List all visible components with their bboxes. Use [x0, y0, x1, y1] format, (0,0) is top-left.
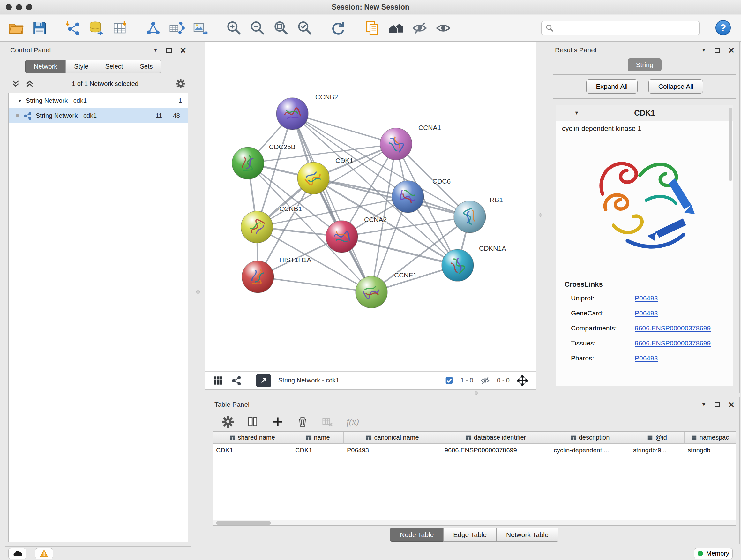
- tab-sets[interactable]: Sets: [131, 60, 161, 73]
- network-node-CDKN1A[interactable]: [442, 249, 474, 281]
- network-node-HIST1H1A[interactable]: [242, 261, 274, 293]
- network-node-CDC6[interactable]: [392, 181, 424, 212]
- column-header-namespac[interactable]: namespac: [684, 432, 736, 444]
- selected-checkbox-icon[interactable]: [445, 376, 454, 385]
- tab-network[interactable]: Network: [25, 60, 66, 73]
- window-minimize-button[interactable]: [16, 4, 22, 10]
- table-cell[interactable]: stringdb:9...: [630, 444, 684, 456]
- import-network-database-button[interactable]: [86, 18, 107, 38]
- table-row[interactable]: CDK1CDK1P064939606.ENSP00000378699cyclin…: [213, 444, 736, 456]
- apply-layout-button[interactable]: [327, 18, 348, 38]
- table-gear-icon[interactable]: [222, 416, 233, 428]
- table-cell[interactable]: CDK1: [292, 444, 344, 456]
- crosslink-link[interactable]: P06493: [635, 354, 658, 362]
- horizontal-scrollbar[interactable]: [213, 520, 736, 525]
- column-header--id[interactable]: @id: [630, 432, 684, 444]
- float-panel-icon[interactable]: [166, 48, 172, 53]
- network-edge-CCNB2-CCNA1[interactable]: [292, 114, 396, 144]
- float-panel-icon[interactable]: [715, 48, 720, 53]
- tab-node-table[interactable]: Node Table: [390, 528, 444, 542]
- hidden-eye-slash-icon[interactable]: [480, 376, 490, 385]
- collapse-all-button[interactable]: Collapse All: [649, 79, 703, 94]
- network-node-CCNB1[interactable]: [241, 211, 273, 243]
- network-node-RB1[interactable]: [454, 201, 486, 233]
- open-in-new-view-button[interactable]: [256, 374, 271, 387]
- close-panel-icon[interactable]: ×: [180, 47, 186, 53]
- bottom-splitter-handle[interactable]: [475, 391, 478, 395]
- scrollbar-thumb[interactable]: [216, 521, 271, 524]
- expand-all-tree-icon[interactable]: [11, 79, 20, 88]
- panel-menu-icon[interactable]: ▼: [701, 47, 706, 53]
- table-cell[interactable]: CDK1: [213, 444, 292, 456]
- network-node-CCNA1[interactable]: [380, 128, 412, 160]
- close-panel-icon[interactable]: ×: [728, 401, 734, 408]
- network-edge-CCNB2-CCNE1[interactable]: [292, 114, 372, 292]
- zoom-fit-button[interactable]: [271, 18, 291, 38]
- results-scrollbar-thumb[interactable]: [729, 108, 732, 181]
- save-session-button[interactable]: [29, 18, 50, 38]
- gene-card-header[interactable]: ▼ CDK1: [556, 105, 733, 121]
- tab-network-table[interactable]: Network Table: [496, 528, 558, 542]
- show-all-button[interactable]: [433, 18, 454, 38]
- hide-selection-button[interactable]: [409, 18, 430, 38]
- collapse-all-tree-icon[interactable]: [25, 79, 35, 88]
- zoom-out-button[interactable]: [247, 18, 267, 38]
- right-splitter-handle[interactable]: [539, 213, 542, 217]
- column-header-database-identifier[interactable]: database identifier: [441, 432, 550, 444]
- table-cell[interactable]: P06493: [344, 444, 441, 456]
- crosslink-link[interactable]: 9606.ENSP00000378699: [635, 339, 711, 347]
- new-network-button[interactable]: [143, 18, 163, 38]
- network-node-CCNB2[interactable]: [276, 98, 308, 130]
- column-header-name[interactable]: name: [292, 432, 344, 444]
- warnings-button[interactable]: [35, 548, 53, 559]
- window-close-button[interactable]: [6, 4, 12, 10]
- create-network-view-button[interactable]: [166, 18, 187, 38]
- pan-crosshair-icon[interactable]: [517, 375, 528, 386]
- import-network-file-button[interactable]: [63, 18, 83, 38]
- export-image-button[interactable]: [190, 18, 211, 38]
- tree-expand-icon[interactable]: ▼: [17, 98, 22, 104]
- home-button[interactable]: [386, 18, 406, 38]
- zoom-in-button[interactable]: [223, 18, 244, 38]
- panel-menu-icon[interactable]: ▼: [701, 401, 706, 408]
- tab-edge-table[interactable]: Edge Table: [443, 528, 496, 542]
- memory-button[interactable]: Memory: [694, 548, 733, 559]
- network-node-CCNE1[interactable]: [355, 276, 387, 308]
- network-canvas[interactable]: CCNB2CCNA1CDC25BCDK1CDC6RB1CCNB1CCNA2CDK…: [205, 43, 536, 371]
- network-node-CCNA2[interactable]: [326, 221, 358, 253]
- float-panel-icon[interactable]: [715, 402, 720, 407]
- network-node-CDK1[interactable]: [297, 162, 329, 194]
- panel-menu-icon[interactable]: ▼: [153, 47, 158, 53]
- open-session-button[interactable]: [6, 18, 26, 38]
- birdseye-grid-icon[interactable]: [213, 375, 224, 386]
- crosslink-link[interactable]: P06493: [635, 309, 658, 317]
- network-node-CDC25B[interactable]: [232, 147, 264, 179]
- zoom-selected-button[interactable]: [294, 18, 315, 38]
- tab-style[interactable]: Style: [65, 60, 97, 73]
- column-header-description[interactable]: description: [550, 432, 630, 444]
- copy-document-button[interactable]: [362, 18, 383, 38]
- network-row-selected[interactable]: String Network - cdk1 11 48: [9, 108, 188, 123]
- network-collection-row[interactable]: ▼ String Network - cdk1 1: [9, 93, 188, 108]
- left-splitter-handle[interactable]: [196, 290, 200, 294]
- window-zoom-button[interactable]: [26, 4, 32, 10]
- table-cell[interactable]: cyclin-dependent ...: [550, 444, 630, 456]
- gear-icon[interactable]: [176, 79, 185, 88]
- import-table-file-button[interactable]: [110, 18, 130, 38]
- close-panel-icon[interactable]: ×: [728, 47, 734, 53]
- cloud-status-button[interactable]: [8, 548, 26, 559]
- search-input[interactable]: [557, 24, 695, 32]
- show-columns-icon[interactable]: [247, 416, 259, 428]
- add-column-icon[interactable]: [272, 416, 283, 428]
- share-view-icon[interactable]: [231, 375, 242, 386]
- table-cell[interactable]: 9606.ENSP00000378699: [441, 444, 550, 456]
- column-header-canonical-name[interactable]: canonical name: [344, 432, 441, 444]
- tab-string[interactable]: String: [628, 58, 662, 71]
- crosslink-link[interactable]: 9606.ENSP00000378699: [635, 324, 711, 332]
- delete-column-icon[interactable]: [297, 416, 308, 428]
- column-header-shared-name[interactable]: shared name: [213, 432, 292, 444]
- expand-all-button[interactable]: Expand All: [586, 79, 637, 94]
- network-edge-HIST1H1A-CCNE1[interactable]: [258, 277, 372, 292]
- help-button[interactable]: ?: [714, 19, 732, 37]
- crosslink-link[interactable]: P06493: [635, 294, 658, 302]
